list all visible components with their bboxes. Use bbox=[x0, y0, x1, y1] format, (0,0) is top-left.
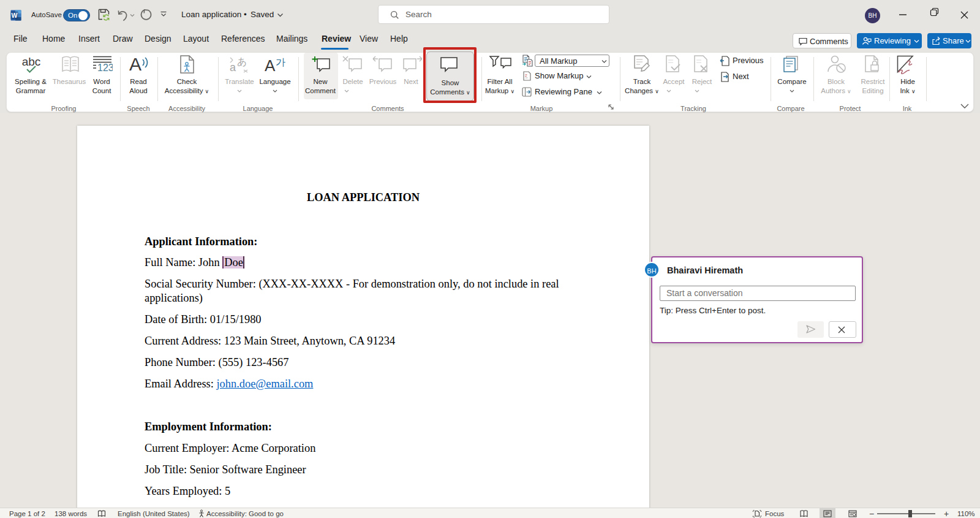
svg-text:W: W bbox=[11, 12, 17, 19]
svg-text:a: a bbox=[230, 61, 236, 74]
svg-text:abc: abc bbox=[22, 55, 41, 68]
svg-text:A: A bbox=[129, 55, 141, 74]
svg-text:123: 123 bbox=[97, 63, 113, 73]
svg-text:あ: あ bbox=[237, 56, 247, 67]
svg-text:가: 가 bbox=[276, 57, 285, 67]
svg-text:A: A bbox=[265, 56, 276, 74]
